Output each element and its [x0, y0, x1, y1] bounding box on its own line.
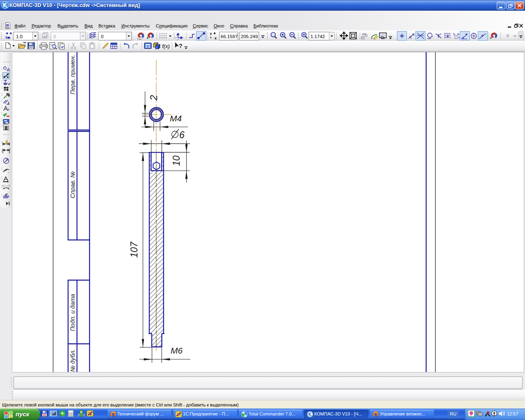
- svg-text:q: q: [78, 413, 80, 416]
- svg-text:Справ. №: Справ. №: [69, 171, 76, 198]
- svg-text:1.1742: 1.1742: [310, 34, 325, 39]
- svg-text:6: 6: [179, 130, 185, 140]
- svg-text:66.1597: 66.1597: [221, 34, 238, 39]
- svg-text:Перв. примен.: Перв. примен.: [69, 55, 76, 94]
- svg-text:Подп. и дата: Подп. и дата: [69, 294, 76, 331]
- svg-text:10: 10: [171, 155, 182, 166]
- svg-text:1.0: 1.0: [16, 34, 23, 39]
- svg-text:107: 107: [129, 242, 139, 258]
- svg-text:2: 2: [148, 95, 159, 100]
- svg-text:f(x): f(x): [162, 43, 170, 49]
- svg-text:Y: Y: [210, 32, 212, 36]
- svg-text:№ дубл.: № дубл.: [69, 349, 76, 372]
- svg-text:205.249: 205.249: [241, 34, 258, 39]
- svg-text:M4: M4: [170, 114, 182, 123]
- svg-text:?: ?: [179, 43, 183, 49]
- svg-text:p: p: [83, 413, 85, 416]
- svg-text:0: 0: [53, 34, 56, 39]
- svg-text:0: 0: [101, 34, 103, 39]
- svg-text:M6: M6: [171, 346, 183, 355]
- svg-text:x: x: [215, 36, 217, 40]
